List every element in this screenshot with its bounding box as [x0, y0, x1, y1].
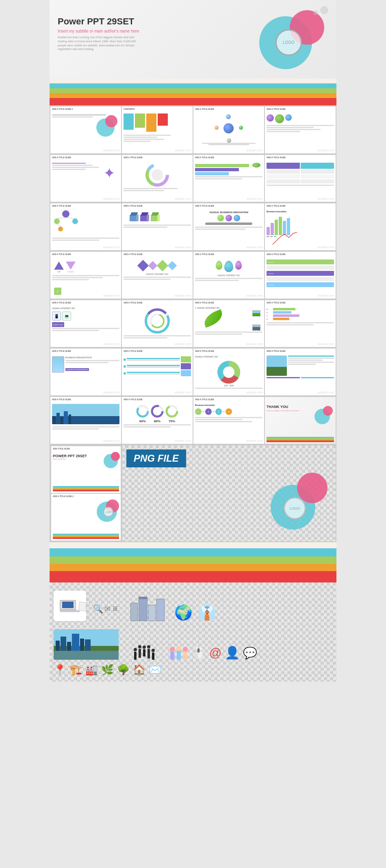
svg-point-23	[169, 408, 175, 414]
gb-watermark: asadal.com	[318, 342, 334, 346]
full-bar3	[50, 556, 336, 564]
slide-thumb-network[interactable]: ADD A TITLE SLIDE asadal.com	[50, 203, 121, 250]
slide-thumb-sphere[interactable]: ADD A TITLE SLIDE asadal.com	[193, 107, 264, 153]
sphere-content	[195, 112, 262, 152]
slides-row-1: ADD A TITLE SLIDE 3 asadal.com Contents	[50, 106, 336, 154]
full-bar4	[50, 564, 336, 571]
png-file-section: PNG FILE LOGO	[122, 445, 336, 541]
cd-watermark: asadal.com	[318, 148, 334, 152]
arr-down	[66, 262, 76, 270]
slide-thumb-table[interactable]: ADD A TITLE SLIDE asadal.com	[265, 155, 336, 202]
arr-watermark: asadal.com	[103, 294, 120, 297]
slide-thumb-gauge[interactable]: ADD A TITLE SLIDE asad	[122, 300, 193, 347]
bar5	[50, 98, 336, 105]
slide-thumb-process[interactable]: ADD A TITLE SLIDE Business Innovation 1 …	[193, 397, 264, 444]
star-watermark: asadal.com	[103, 197, 120, 201]
star-icon: ✦	[103, 165, 115, 182]
slide3-label: ADD A TITLE SLIDE 3	[52, 108, 73, 110]
slide-thumb-circles-diag[interactable]: ADD A TITLE SLIDE asadal.com	[265, 107, 336, 153]
slide-thumb-textlist[interactable]: ADD A TITLE SLIDE	[122, 349, 193, 395]
slide-thumb-title2[interactable]: ADD A TITLE SLIDE 2 LOGO	[51, 494, 121, 541]
star-content: ✦	[50, 161, 119, 200]
icon-home: 🏠	[133, 664, 145, 676]
slide-thumb-donuts[interactable]: ADD A TITLE SLIDE 60%	[122, 397, 193, 444]
icon-user: 👤	[225, 646, 240, 660]
slide-thumb-title3[interactable]: ADD A TITLE SLIDE 3 asadal.com	[50, 107, 121, 153]
contents-content	[124, 112, 191, 152]
slides-row-6: ADD A TITLE SLIDE BUSINESS PRESENTATION …	[50, 348, 336, 396]
icon-leaf: 🌿	[101, 664, 114, 676]
it-watermark: asadal.com	[318, 390, 334, 394]
slide-thumb-pyramid[interactable]: ADD A TITLE SLIDE asadal.com	[193, 155, 264, 202]
slide-thumb-imgtext[interactable]: ADD A TITLE SLIDE asadal	[265, 349, 336, 395]
slides-row-7: ADD A TITLE SLIDE	[50, 396, 336, 445]
svg-line-6	[57, 224, 61, 227]
search-icon: 🔍	[93, 604, 103, 614]
it-label: ADD A TITLE SLIDE	[267, 350, 286, 352]
proc-watermark: asadal.com	[246, 439, 263, 443]
sp-top	[226, 114, 231, 119]
tech-content: ASADAL INTERNET, INC 📱 💻 INSERT TEXT	[52, 306, 119, 345]
svg-point-3	[152, 169, 163, 181]
slide-thumb-city[interactable]: ADD A TITLE SLIDE	[50, 397, 121, 444]
tl-l-content: POWER PPT 29SET Insert subtitle here	[53, 452, 119, 491]
deco-circle-sm1	[320, 6, 328, 14]
slide-thumb-star[interactable]: ADD A TITLE SLIDE ✦ asadal.com	[50, 155, 121, 202]
star-label: ADD A TITLE SLIDE	[52, 156, 71, 159]
hero-circles: LOGO	[247, 8, 328, 73]
icon-tower: 🏗️	[69, 664, 82, 676]
nat-content: Y. ASADAL INTERNET INC	[195, 306, 262, 345]
net-content	[52, 209, 119, 249]
left-slides: ADD TItLE SLIDE POWER PPT 29SET Insert s…	[50, 445, 121, 541]
slides-row-5: ADD A TITLE SLIDE ASADAL INTERNET, INC 📱…	[50, 299, 336, 348]
slide-thumb-title-left[interactable]: ADD TItLE SLIDE POWER PPT 29SET Insert s…	[51, 446, 121, 493]
slide-thumb-diamonds[interactable]: ADD A TITLE SLIDE ASADAL INTERNET INC as…	[122, 252, 193, 299]
icon-business-people	[122, 627, 167, 660]
circ-content	[124, 161, 191, 200]
donut1-pct: 60%	[136, 419, 149, 423]
icons-section: 🔍 ✉ 🖥 🌍 👔	[50, 582, 336, 682]
email-icon: ✉	[104, 604, 111, 613]
pyr-watermark: asadal.com	[246, 197, 263, 201]
slide-thumb-pins[interactable]: ADD A TITLE SLIDE ASADAL INTERNET INC	[193, 252, 264, 299]
sp-left	[215, 126, 219, 130]
circular-diagram-svg	[145, 163, 169, 187]
icon-tree: 🌳	[117, 664, 130, 676]
slide-thumb-infoboxes[interactable]: ADD A TITLE SLIDE Counter Counter Counte…	[265, 252, 336, 299]
icon-buildings	[125, 589, 170, 621]
slide-thumb-thankyou[interactable]: THANK YOU Insert my subtitle or main aut…	[265, 397, 336, 444]
donut3-svg	[165, 405, 178, 418]
slide-thumb-circular[interactable]: ADD A TITLE SLIDE asadal.com	[122, 155, 193, 202]
tbl-content	[267, 161, 334, 200]
slide-thumb-piechart[interactable]: ADD A TITLE SLIDE ASADAL INTERNET, INC 2…	[193, 349, 264, 395]
cd-c2	[275, 114, 284, 123]
pin-label: ADD A TITLE SLIDE	[195, 253, 214, 255]
tbl-watermark: asadal.com	[318, 197, 334, 201]
slide-thumb-arrows[interactable]: ADD A TITLE SLIDE UP DOWN	[50, 252, 121, 299]
ppl-content: BUSINESS PRESENTATION BUSINESS PRESENTAT…	[52, 354, 119, 394]
donut1-svg	[136, 405, 149, 418]
slide-thumb-barchart[interactable]: ADD A TITLE SLIDE Business Innovation	[265, 203, 336, 250]
net-label: ADD A TITLE SLIDE	[52, 205, 71, 207]
slide-thumb-tech[interactable]: ADD A TITLE SLIDE ASADAL INTERNET, INC 📱…	[50, 300, 121, 347]
box-watermark: asadal.com	[175, 245, 191, 249]
it-content	[267, 354, 334, 394]
tl-label: ADD A TITLE SLIDE	[124, 350, 143, 352]
tl-l-label: ADD TItLE SLIDE	[53, 447, 70, 450]
icon-industry: 🏭	[85, 664, 98, 676]
slide-thumb-nature[interactable]: ADD A TITLE SLIDE Y. ASADAL INTERNET INC…	[193, 300, 264, 347]
slide-thumb-3dboxes[interactable]: ADD A TITLE SLIDE	[122, 203, 193, 250]
slide-thumb-grouped-bars[interactable]: ADD A TITLE SLIDE A B C	[265, 300, 336, 347]
dn-content: 60% 80%	[124, 403, 191, 442]
city-label: ADD A TITLE SLIDE	[52, 398, 71, 401]
svg-point-17	[139, 408, 146, 414]
donut2-svg	[151, 405, 164, 418]
svg-line-5	[66, 218, 75, 218]
tl-content	[124, 354, 191, 394]
circ-label: ADD A TITLE SLIDE	[124, 156, 143, 159]
leaf-shape	[202, 309, 225, 327]
slide-thumb-people[interactable]: ADD A TITLE SLIDE BUSINESS PRESENTATION …	[50, 349, 121, 395]
slide-thumb-contents[interactable]: Contents asadal.com	[122, 107, 193, 153]
slide-thumb-platform[interactable]: ADD A TITLE SLIDE ASADAL BUSINESS INNOVA…	[193, 203, 264, 250]
trend-line-svg	[271, 226, 303, 249]
